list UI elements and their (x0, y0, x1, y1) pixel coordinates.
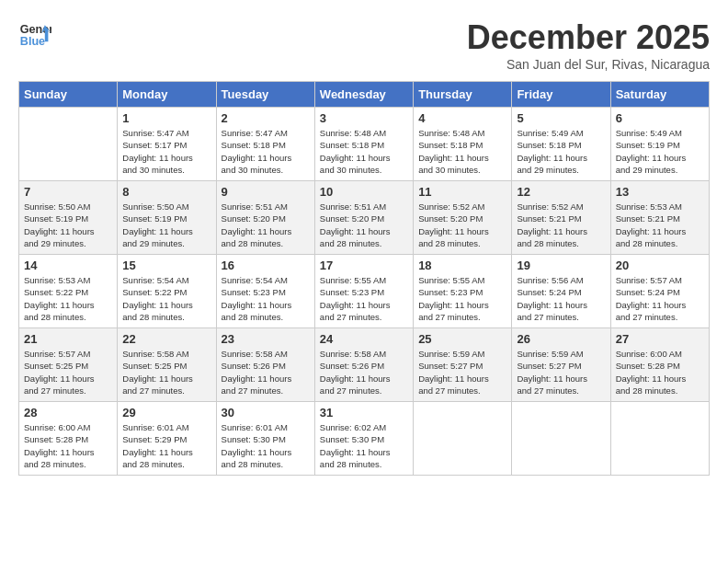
day-number: 20 (616, 259, 704, 272)
week-row-5: 28Sunrise: 6:00 AM Sunset: 5:28 PM Dayli… (19, 402, 710, 476)
day-info: Sunrise: 5:49 AM Sunset: 5:18 PM Dayligh… (517, 127, 605, 176)
day-number: 3 (320, 111, 408, 125)
calendar-cell: 6Sunrise: 5:49 AM Sunset: 5:19 PM Daylig… (610, 108, 709, 181)
calendar-cell (512, 402, 610, 476)
calendar-cell: 29Sunrise: 6:01 AM Sunset: 5:29 PM Dayli… (118, 402, 216, 476)
day-number: 19 (517, 259, 605, 272)
calendar-cell (19, 108, 118, 181)
week-row-2: 7Sunrise: 5:50 AM Sunset: 5:19 PM Daylig… (19, 181, 710, 255)
calendar-cell: 20Sunrise: 5:57 AM Sunset: 5:24 PM Dayli… (610, 255, 709, 328)
svg-text:Blue: Blue (20, 35, 45, 48)
day-header-wednesday: Wednesday (314, 82, 413, 108)
day-number: 29 (122, 406, 210, 419)
title-block: December 2025 San Juan del Sur, Rivas, N… (467, 18, 710, 72)
day-info: Sunrise: 5:50 AM Sunset: 5:19 PM Dayligh… (24, 201, 112, 249)
day-info: Sunrise: 5:56 AM Sunset: 5:24 PM Dayligh… (517, 274, 605, 323)
day-header-thursday: Thursday (414, 82, 512, 108)
day-info: Sunrise: 5:48 AM Sunset: 5:18 PM Dayligh… (320, 127, 408, 176)
day-header-friday: Friday (512, 82, 610, 108)
page-header: General Blue December 2025 San Juan del … (18, 18, 710, 72)
day-number: 23 (222, 332, 310, 346)
calendar-cell: 15Sunrise: 5:54 AM Sunset: 5:22 PM Dayli… (118, 255, 216, 328)
calendar-cell: 1Sunrise: 5:47 AM Sunset: 5:17 PM Daylig… (118, 108, 216, 181)
calendar-cell: 30Sunrise: 6:01 AM Sunset: 5:30 PM Dayli… (216, 402, 314, 476)
day-info: Sunrise: 5:59 AM Sunset: 5:27 PM Dayligh… (418, 348, 506, 396)
calendar-cell: 16Sunrise: 5:54 AM Sunset: 5:23 PM Dayli… (216, 255, 314, 328)
calendar-cell: 2Sunrise: 5:47 AM Sunset: 5:18 PM Daylig… (216, 108, 314, 181)
day-info: Sunrise: 5:51 AM Sunset: 5:20 PM Dayligh… (320, 201, 408, 249)
calendar-cell: 17Sunrise: 5:55 AM Sunset: 5:23 PM Dayli… (314, 255, 413, 328)
day-info: Sunrise: 5:59 AM Sunset: 5:27 PM Dayligh… (517, 348, 605, 396)
calendar-cell: 31Sunrise: 6:02 AM Sunset: 5:30 PM Dayli… (314, 402, 413, 476)
calendar-cell: 28Sunrise: 6:00 AM Sunset: 5:28 PM Dayli… (19, 402, 118, 476)
day-header-sunday: Sunday (19, 82, 118, 108)
day-info: Sunrise: 5:55 AM Sunset: 5:23 PM Dayligh… (418, 274, 506, 323)
day-number: 8 (122, 185, 210, 199)
day-info: Sunrise: 5:57 AM Sunset: 5:24 PM Dayligh… (616, 274, 704, 323)
day-number: 10 (320, 185, 408, 199)
week-row-4: 21Sunrise: 5:57 AM Sunset: 5:25 PM Dayli… (19, 328, 710, 402)
day-info: Sunrise: 5:47 AM Sunset: 5:18 PM Dayligh… (222, 127, 310, 176)
day-number: 14 (24, 259, 112, 272)
month-title: December 2025 (467, 18, 710, 57)
calendar-cell: 4Sunrise: 5:48 AM Sunset: 5:18 PM Daylig… (414, 108, 512, 181)
calendar-cell: 5Sunrise: 5:49 AM Sunset: 5:18 PM Daylig… (512, 108, 610, 181)
day-number: 27 (616, 332, 704, 346)
day-number: 30 (222, 406, 310, 419)
calendar-cell: 8Sunrise: 5:50 AM Sunset: 5:19 PM Daylig… (118, 181, 216, 255)
day-info: Sunrise: 5:48 AM Sunset: 5:18 PM Dayligh… (418, 127, 506, 176)
calendar-cell (610, 402, 709, 476)
day-number: 16 (222, 259, 310, 272)
day-info: Sunrise: 5:54 AM Sunset: 5:23 PM Dayligh… (222, 274, 310, 323)
calendar-cell: 9Sunrise: 5:51 AM Sunset: 5:20 PM Daylig… (216, 181, 314, 255)
day-info: Sunrise: 6:00 AM Sunset: 5:28 PM Dayligh… (24, 421, 112, 470)
day-number: 6 (616, 111, 704, 125)
day-number: 25 (418, 332, 506, 346)
day-info: Sunrise: 5:49 AM Sunset: 5:19 PM Dayligh… (616, 127, 704, 176)
calendar-cell: 26Sunrise: 5:59 AM Sunset: 5:27 PM Dayli… (512, 328, 610, 402)
logo-icon: General Blue (18, 18, 51, 52)
calendar-cell: 10Sunrise: 5:51 AM Sunset: 5:20 PM Dayli… (314, 181, 413, 255)
day-number: 22 (122, 332, 210, 346)
day-info: Sunrise: 5:57 AM Sunset: 5:25 PM Dayligh… (24, 348, 112, 396)
calendar-cell: 21Sunrise: 5:57 AM Sunset: 5:25 PM Dayli… (19, 328, 118, 402)
day-number: 18 (418, 259, 506, 272)
day-number: 9 (222, 185, 310, 199)
day-info: Sunrise: 5:54 AM Sunset: 5:22 PM Dayligh… (122, 274, 210, 323)
day-number: 15 (122, 259, 210, 272)
day-number: 26 (517, 332, 605, 346)
day-header-saturday: Saturday (610, 82, 709, 108)
calendar-cell: 3Sunrise: 5:48 AM Sunset: 5:18 PM Daylig… (314, 108, 413, 181)
calendar-cell: 25Sunrise: 5:59 AM Sunset: 5:27 PM Dayli… (414, 328, 512, 402)
day-info: Sunrise: 5:52 AM Sunset: 5:20 PM Dayligh… (418, 201, 506, 249)
day-number: 21 (24, 332, 112, 346)
calendar-cell: 18Sunrise: 5:55 AM Sunset: 5:23 PM Dayli… (414, 255, 512, 328)
day-info: Sunrise: 6:01 AM Sunset: 5:29 PM Dayligh… (122, 421, 210, 470)
calendar-cell: 7Sunrise: 5:50 AM Sunset: 5:19 PM Daylig… (19, 181, 118, 255)
day-number: 7 (24, 185, 112, 199)
day-number: 4 (418, 111, 506, 125)
day-info: Sunrise: 5:53 AM Sunset: 5:22 PM Dayligh… (24, 274, 112, 323)
day-info: Sunrise: 5:51 AM Sunset: 5:20 PM Dayligh… (222, 201, 310, 249)
day-number: 2 (222, 111, 310, 125)
day-header-row: SundayMondayTuesdayWednesdayThursdayFrid… (19, 82, 710, 108)
day-info: Sunrise: 6:02 AM Sunset: 5:30 PM Dayligh… (320, 421, 408, 470)
location: San Juan del Sur, Rivas, Nicaragua (467, 57, 710, 72)
day-number: 11 (418, 185, 506, 199)
calendar-cell: 13Sunrise: 5:53 AM Sunset: 5:21 PM Dayli… (610, 181, 709, 255)
calendar-cell: 11Sunrise: 5:52 AM Sunset: 5:20 PM Dayli… (414, 181, 512, 255)
day-info: Sunrise: 5:50 AM Sunset: 5:19 PM Dayligh… (122, 201, 210, 249)
day-info: Sunrise: 5:47 AM Sunset: 5:17 PM Dayligh… (122, 127, 210, 176)
day-info: Sunrise: 5:55 AM Sunset: 5:23 PM Dayligh… (320, 274, 408, 323)
day-info: Sunrise: 5:53 AM Sunset: 5:21 PM Dayligh… (616, 201, 704, 249)
day-info: Sunrise: 6:01 AM Sunset: 5:30 PM Dayligh… (222, 421, 310, 470)
week-row-1: 1Sunrise: 5:47 AM Sunset: 5:17 PM Daylig… (19, 108, 710, 181)
day-info: Sunrise: 5:58 AM Sunset: 5:26 PM Dayligh… (222, 348, 310, 396)
calendar-cell: 12Sunrise: 5:52 AM Sunset: 5:21 PM Dayli… (512, 181, 610, 255)
day-header-tuesday: Tuesday (216, 82, 314, 108)
day-header-monday: Monday (118, 82, 216, 108)
week-row-3: 14Sunrise: 5:53 AM Sunset: 5:22 PM Dayli… (19, 255, 710, 328)
day-number: 12 (517, 185, 605, 199)
logo: General Blue (18, 18, 51, 52)
day-number: 24 (320, 332, 408, 346)
